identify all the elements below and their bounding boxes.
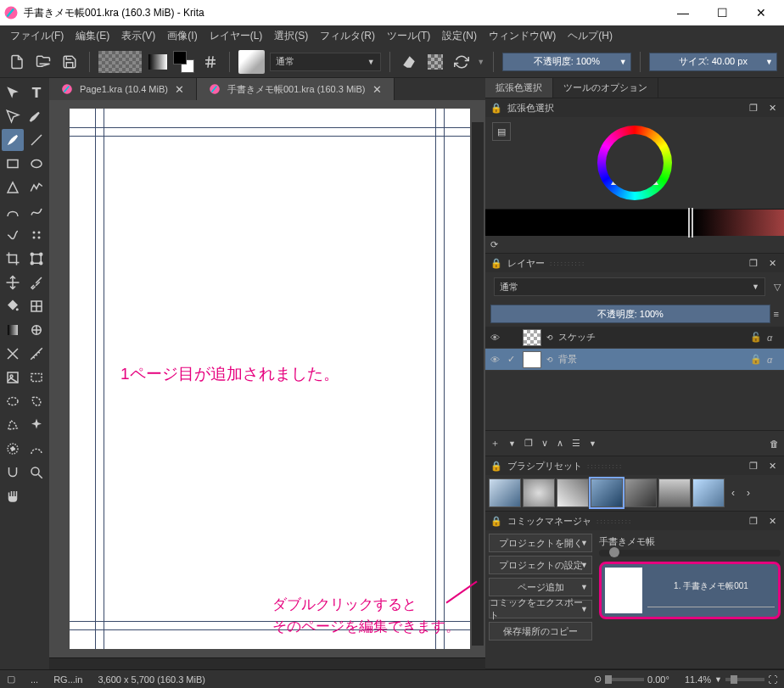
ellipse-select-tool[interactable]	[2, 390, 24, 412]
float-panel-icon[interactable]: ❐	[747, 459, 760, 473]
visibility-icon[interactable]: 👁	[490, 355, 502, 365]
menu-window[interactable]: ウィンドウ(W)	[484, 26, 561, 46]
lock-icon[interactable]: 🔒	[490, 461, 502, 472]
lock-icon[interactable]: 🔒	[750, 354, 762, 365]
color-mode-button[interactable]: ▤	[492, 122, 511, 141]
move-tool[interactable]	[2, 81, 24, 103]
eraser-mode-button[interactable]	[399, 51, 420, 73]
float-panel-icon[interactable]: ❐	[747, 256, 760, 270]
menu-file[interactable]: ファイル(F)	[5, 26, 69, 46]
color-history-bar[interactable]	[485, 209, 784, 236]
add-layer-button[interactable]: ＋	[490, 437, 500, 450]
zoom-tool[interactable]	[25, 461, 48, 484]
new-file-button[interactable]	[7, 51, 28, 73]
brush-preset[interactable]	[523, 478, 555, 507]
transform-tool[interactable]	[25, 248, 48, 270]
magnetic-select-tool[interactable]	[2, 461, 24, 484]
edit-shapes-tool[interactable]	[2, 105, 24, 127]
rectangle-tool[interactable]	[2, 153, 24, 175]
menu-view[interactable]: 表示(V)	[116, 26, 160, 46]
menu-settings[interactable]: 設定(N)	[437, 26, 482, 46]
rect-select-tool[interactable]	[25, 366, 48, 389]
brush-preset[interactable]	[692, 478, 725, 507]
maximize-button[interactable]: ☐	[703, 0, 742, 25]
open-project-button[interactable]: プロジェクトを開く▼	[489, 534, 592, 552]
tab-page1[interactable]: Page1.kra (10.4 MiB) ✕	[49, 78, 197, 100]
reset-rotation-icon[interactable]: ⊙	[594, 674, 602, 685]
tab-color-selector[interactable]: 拡張色選択	[485, 78, 553, 98]
close-panel-icon[interactable]: ✕	[765, 101, 779, 115]
similar-color-select-tool[interactable]	[2, 438, 24, 460]
float-panel-icon[interactable]: ❐	[747, 101, 760, 115]
freehand-brush-tool[interactable]	[2, 129, 24, 151]
alpha-icon[interactable]: α	[767, 333, 779, 343]
brush-next-button[interactable]: ›	[742, 478, 755, 507]
alpha-icon[interactable]: α	[767, 355, 779, 365]
panel-grip[interactable]: ::::::::::	[596, 517, 742, 525]
multibrush-tool[interactable]	[25, 224, 48, 246]
menu-image[interactable]: 画像(I)	[162, 26, 202, 46]
export-comic-button[interactable]: コミックをエクスポート▼	[489, 600, 592, 618]
dynamic-brush-tool[interactable]	[2, 224, 24, 246]
vertical-scrollbar[interactable]	[472, 122, 484, 646]
visibility-icon[interactable]: 👁	[490, 333, 502, 343]
close-panel-icon[interactable]: ✕	[765, 514, 779, 528]
project-settings-button[interactable]: プロジェクトの設定▼	[489, 556, 592, 574]
polygon-tool[interactable]	[2, 176, 24, 199]
close-button[interactable]: ✕	[742, 0, 781, 25]
comic-page-card[interactable]: 1. 手書きメモ帳001	[599, 562, 781, 619]
gradient-button[interactable]	[147, 51, 168, 73]
menu-help[interactable]: ヘルプ(H)	[563, 26, 618, 46]
copy-location-button[interactable]: 保存場所のコピー	[489, 622, 592, 640]
brush-preset[interactable]	[658, 478, 691, 507]
horizontal-scrollbar[interactable]	[49, 657, 485, 669]
menu-filter[interactable]: フィルタ(R)	[315, 26, 380, 46]
reload-brush-button[interactable]	[451, 51, 472, 73]
layer-opacity-slider[interactable]: 不透明度: 100%	[490, 305, 770, 323]
fg-bg-color[interactable]	[173, 51, 194, 73]
smart-patch-tool[interactable]	[25, 319, 48, 341]
comic-zoom-slider[interactable]	[599, 550, 781, 557]
rotation-control[interactable]: ⊙ 0.00°	[594, 674, 669, 685]
save-button[interactable]	[59, 51, 81, 73]
size-slider[interactable]: サイズ: 40.00 px▼	[649, 53, 777, 71]
freehand-select-tool[interactable]	[25, 390, 48, 412]
pattern-swatch[interactable]	[98, 51, 143, 73]
crop-tool[interactable]	[2, 248, 24, 270]
swap-colors-icon[interactable]	[199, 51, 221, 73]
move-layer-tool[interactable]	[2, 271, 24, 294]
tab-close-icon[interactable]: ✕	[175, 83, 184, 96]
brush-prev-button[interactable]: ‹	[726, 478, 740, 507]
add-page-button[interactable]: ページ追加▼	[489, 578, 592, 596]
pan-tool[interactable]	[2, 485, 24, 507]
duplicate-layer-button[interactable]: ❐	[524, 438, 533, 449]
float-panel-icon[interactable]: ❐	[747, 514, 760, 528]
text-tool[interactable]	[25, 81, 48, 103]
zoom-control[interactable]: 11.4% ▼ ⛶	[685, 674, 777, 685]
close-panel-icon[interactable]: ✕	[765, 256, 779, 270]
layer-properties-button[interactable]: ☰	[572, 438, 580, 449]
fill-tool[interactable]	[2, 295, 24, 317]
assistant-tool[interactable]	[2, 343, 24, 365]
brush-preset[interactable]	[591, 478, 623, 507]
ellipse-tool[interactable]	[25, 153, 48, 175]
layer-filter-icon[interactable]: ▽	[774, 282, 781, 293]
tab-memo[interactable]: 手書きメモ帳001.kra (160.3 MiB) ✕	[197, 78, 395, 100]
open-file-button[interactable]	[33, 51, 54, 73]
fullscreen-icon[interactable]: ⛶	[768, 674, 777, 685]
delete-layer-button[interactable]: 🗑	[770, 439, 779, 449]
freehand-path-tool[interactable]	[25, 200, 48, 222]
canvas-viewport[interactable]: 1ページ目が追加されました。 ダブルクリックすると そのページを編集できます。	[49, 100, 485, 657]
brush-preset[interactable]	[624, 478, 657, 507]
layer-blendmode-combo[interactable]: 通常▼	[494, 277, 765, 296]
contiguous-select-tool[interactable]	[25, 414, 48, 436]
minimize-button[interactable]: —	[664, 0, 703, 25]
lock-icon[interactable]: 🔒	[490, 103, 502, 114]
measure-tool[interactable]	[25, 343, 48, 365]
lock-icon[interactable]: 🔒	[490, 258, 502, 269]
menu-edit[interactable]: 編集(E)	[70, 26, 115, 46]
move-down-button[interactable]: ∨	[541, 438, 548, 449]
canvas[interactable]: 1ページ目が追加されました。	[70, 109, 470, 649]
menu-tool[interactable]: ツール(T)	[382, 26, 435, 46]
menu-layer[interactable]: レイヤー(L)	[204, 26, 268, 46]
